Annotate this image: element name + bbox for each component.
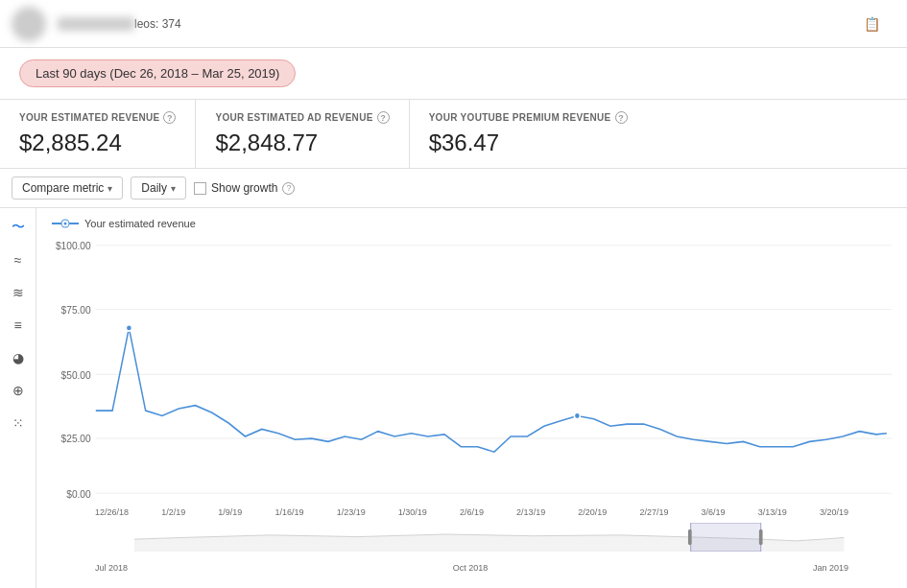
metric-label-estimated-ad-revenue: YOUR ESTIMATED AD REVENUE ? [215,111,389,124]
daily-dropdown[interactable]: Daily [131,176,186,200]
sidebar-icon-line-chart[interactable]: 〜 [7,216,30,239]
svg-rect-13 [691,523,761,552]
show-growth-container: Show growth ? [194,181,295,195]
show-growth-label: Show growth [211,181,277,195]
date-range-section: Last 90 days (Dec 26, 2018 – Mar 25, 201… [0,48,907,99]
metric-value-youtube-premium: $36.47 [429,129,628,156]
channel-name-blurred [58,17,134,31]
show-growth-checkbox[interactable] [194,182,206,195]
svg-text:$75.00: $75.00 [61,305,91,316]
sidebar-icon-scatter-chart[interactable]: ⁙ [7,412,30,435]
mini-x-axis-labels: Jul 2018 Oct 2018 Jan 2019 [52,561,892,573]
video-count: leos: 374 [134,17,181,31]
svg-text:$0.00: $0.00 [66,488,91,499]
x-axis-labels: 12/26/18 1/2/19 1/9/19 1/16/19 1/23/19 1… [52,504,892,517]
svg-point-10 [126,325,131,331]
date-range-badge[interactable]: Last 90 days (Dec 26, 2018 – Mar 25, 201… [19,59,296,87]
help-icon-youtube-premium[interactable]: ? [615,111,628,124]
sidebar-icon-wave-chart[interactable]: ≈ [7,248,30,271]
help-icon-estimated-revenue[interactable]: ? [163,111,176,124]
chart-container[interactable]: $100.00 $75.00 $50.00 $25.00 $0.00 [52,235,892,504]
main-content: 〜 ≈ ≋ ≡ ◕ ⊕ ⁙ Your estimated revenue [0,208,907,588]
svg-text:$50.00: $50.00 [61,369,91,380]
sidebar-icon-bar-chart[interactable]: ≡ [7,314,30,337]
svg-point-11 [574,412,580,418]
metrics-row: YOUR ESTIMATED REVENUE ? $2,885.24 YOUR … [0,99,907,169]
metric-value-estimated-ad-revenue: $2,848.77 [215,129,389,156]
toolbar: Compare metric Daily Show growth ? [0,169,907,208]
show-growth-help-icon[interactable]: ? [282,182,295,195]
metric-card-youtube-premium: YOUR YOUTUBE PREMIUM REVENUE ? $36.47 [410,100,647,168]
sidebar-icon-area-chart[interactable]: ≋ [7,281,30,304]
metric-value-estimated-revenue: $2,885.24 [19,129,176,156]
chart-legend: Your estimated revenue [52,218,892,229]
top-bar: leos: 374 📋 [0,0,907,48]
help-icon-estimated-ad-revenue[interactable]: ? [377,111,390,124]
svg-rect-15 [759,529,763,545]
svg-text:$100.00: $100.00 [56,241,91,251]
compare-metric-dropdown[interactable]: Compare metric [12,176,123,200]
metric-card-estimated-revenue: YOUR ESTIMATED REVENUE ? $2,885.24 [0,100,196,168]
metric-card-estimated-ad-revenue: YOUR ESTIMATED AD REVENUE ? $2,848.77 [196,100,409,168]
clipboard-icon: 📋 [864,16,880,32]
mini-chart-svg [95,523,848,552]
svg-text:$25.00: $25.00 [61,434,91,444]
sidebar-icon-globe-chart[interactable]: ⊕ [7,379,30,402]
avatar [12,7,46,41]
metric-label-youtube-premium: YOUR YOUTUBE PREMIUM REVENUE ? [429,111,628,124]
svg-rect-14 [688,529,692,545]
sidebar-icon-pie-chart[interactable]: ◕ [7,346,30,369]
legend-label: Your estimated revenue [84,218,196,229]
chart-area: Your estimated revenue $100.00 $75.00 $5… [36,208,907,588]
mini-chart[interactable] [52,523,892,561]
main-chart-svg: $100.00 $75.00 $50.00 $25.00 $0.00 [52,235,892,504]
sidebar: 〜 ≈ ≋ ≡ ◕ ⊕ ⁙ [0,208,36,588]
metric-label-estimated-revenue: YOUR ESTIMATED REVENUE ? [19,111,176,124]
